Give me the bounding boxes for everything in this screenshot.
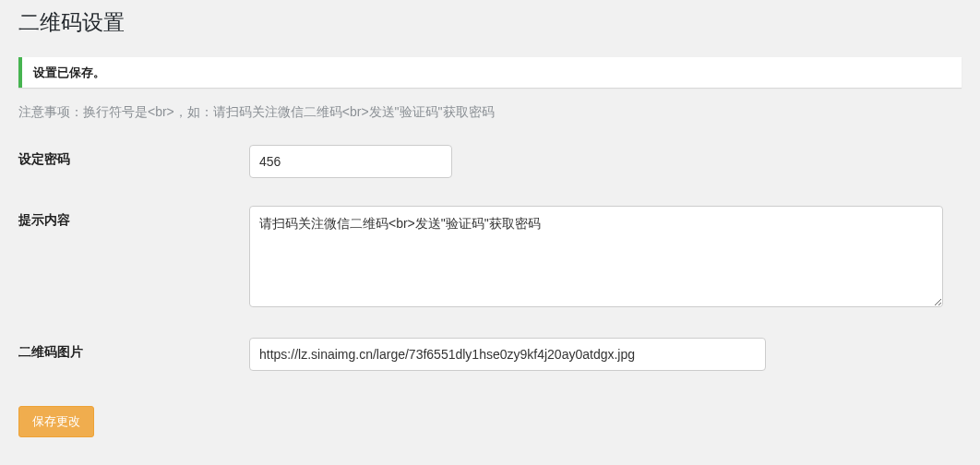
label-hint: 提示内容 (18, 206, 249, 229)
page-title: 二维码设置 (18, 0, 962, 41)
success-notice: 设置已保存。 (18, 57, 962, 88)
textarea-hint[interactable] (249, 206, 943, 307)
row-password: 设定密码 (18, 145, 962, 178)
input-password[interactable] (249, 145, 452, 178)
row-qrimage: 二维码图片 (18, 338, 962, 371)
label-qrimage: 二维码图片 (18, 338, 249, 361)
field-qrimage (249, 338, 962, 371)
input-qrimage[interactable] (249, 338, 766, 371)
instructions-note: 注意事项：换行符号是<br>，如：请扫码关注微信二维码<br>发送"验证码"获取… (18, 104, 962, 121)
field-password (249, 145, 962, 178)
save-button[interactable]: 保存更改 (18, 406, 94, 437)
notice-message: 设置已保存。 (33, 65, 950, 81)
settings-wrap: 二维码设置 设置已保存。 注意事项：换行符号是<br>，如：请扫码关注微信二维码… (0, 0, 980, 456)
field-hint (249, 206, 962, 310)
row-hint: 提示内容 (18, 206, 962, 310)
label-password: 设定密码 (18, 145, 249, 168)
